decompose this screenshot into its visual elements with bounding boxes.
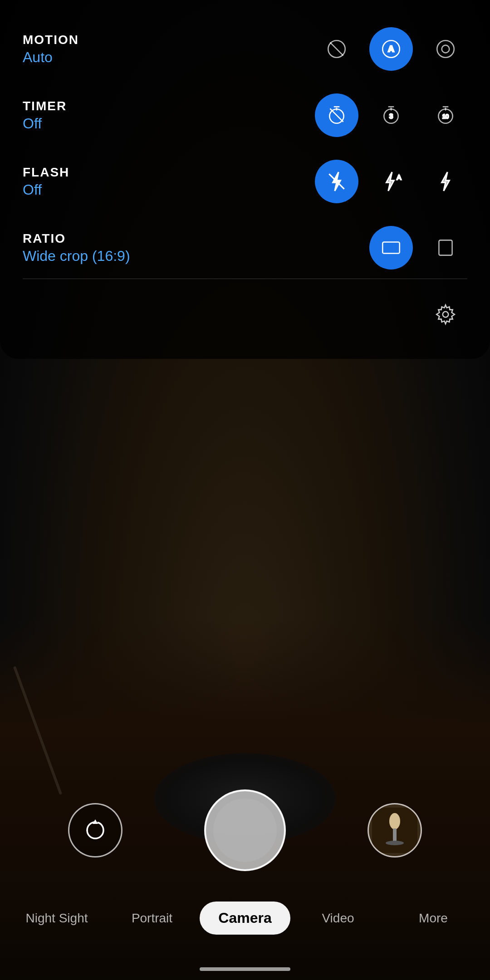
flash-on-icon	[434, 170, 457, 193]
motion-auto-button[interactable]: A	[369, 27, 413, 71]
svg-point-6	[329, 109, 343, 123]
controls-divider	[23, 279, 467, 279]
svg-text:A: A	[397, 174, 402, 181]
svg-point-25	[443, 312, 449, 318]
svg-marker-22	[442, 172, 450, 191]
svg-rect-29	[393, 828, 397, 842]
motion-value: Auto	[23, 49, 315, 66]
settings-icon	[434, 303, 457, 326]
tab-night-sight[interactable]: Night Sight	[9, 902, 104, 935]
motion-control-row: MOTION Auto A	[23, 27, 467, 71]
timer-off-button[interactable]	[315, 93, 358, 137]
ratio-16-9-button[interactable]	[369, 226, 413, 270]
timer-3s-icon: 3	[380, 104, 402, 127]
motion-label: MOTION	[23, 33, 315, 47]
timer-label-group: TIMER Off	[23, 99, 315, 132]
camera-actions-area	[0, 789, 490, 871]
tab-camera[interactable]: Camera	[200, 902, 290, 935]
ratio-control-row: RATIO Wide crop (16:9)	[23, 226, 467, 270]
tab-portrait[interactable]: Portrait	[104, 902, 200, 935]
flash-options: A	[315, 160, 467, 203]
flash-label: FLASH	[23, 165, 315, 180]
svg-line-1	[330, 42, 343, 55]
motion-on-button[interactable]	[424, 27, 467, 71]
svg-point-30	[386, 841, 404, 845]
flash-control-row: FLASH Off A	[23, 160, 467, 203]
svg-point-28	[389, 813, 400, 829]
thumbnail-button[interactable]	[368, 803, 422, 858]
motion-off-icon	[325, 38, 348, 60]
timer-3s-button[interactable]: 3	[369, 93, 413, 137]
timer-control-row: TIMER Off 3	[23, 93, 467, 137]
flip-camera-button[interactable]	[68, 803, 122, 858]
flash-value: Off	[23, 181, 315, 198]
flash-off-icon	[325, 170, 348, 193]
settings-row	[23, 288, 467, 341]
tab-more[interactable]: More	[386, 902, 481, 935]
controls-panel: MOTION Auto A	[0, 0, 490, 359]
ratio-label-group: RATIO Wide crop (16:9)	[23, 231, 369, 265]
flash-auto-button[interactable]: A	[369, 160, 413, 203]
motion-label-group: MOTION Auto	[23, 33, 315, 66]
ratio-label: RATIO	[23, 231, 369, 246]
svg-point-4	[437, 40, 454, 58]
svg-point-5	[442, 45, 450, 53]
svg-text:A: A	[388, 44, 394, 54]
home-indicator	[200, 967, 290, 971]
flash-label-group: FLASH Off	[23, 165, 315, 198]
timer-options: 3 10	[315, 93, 467, 137]
motion-off-button[interactable]	[315, 27, 358, 71]
thumbnail-icon	[372, 808, 417, 853]
motion-options: A	[315, 27, 467, 71]
ratio-options	[369, 226, 467, 270]
tab-video[interactable]: Video	[290, 902, 386, 935]
flash-on-button[interactable]	[424, 160, 467, 203]
mode-tabs-container: Night Sight Portrait Camera Video More	[0, 902, 490, 935]
shutter-button[interactable]	[204, 789, 286, 871]
ratio-16-9-icon	[380, 236, 402, 259]
settings-button[interactable]	[424, 293, 467, 336]
svg-text:3: 3	[389, 113, 393, 120]
ratio-value: Wide crop (16:9)	[23, 248, 369, 265]
ratio-4-3-button[interactable]	[424, 226, 467, 270]
timer-value: Off	[23, 115, 315, 132]
motion-on-icon	[434, 38, 457, 60]
svg-marker-20	[387, 172, 394, 191]
flip-camera-icon	[82, 817, 109, 844]
ratio-4-3-icon	[434, 236, 457, 259]
timer-label: TIMER	[23, 99, 315, 113]
svg-rect-23	[382, 242, 400, 254]
timer-off-icon	[325, 104, 348, 127]
shutter-inner	[213, 799, 277, 862]
flash-off-button[interactable]	[315, 160, 358, 203]
svg-text:10: 10	[442, 113, 449, 120]
svg-rect-24	[439, 240, 452, 255]
timer-10s-button[interactable]: 10	[424, 93, 467, 137]
motion-auto-icon: A	[380, 38, 402, 60]
timer-10s-icon: 10	[434, 104, 457, 127]
flash-auto-icon: A	[380, 170, 402, 193]
